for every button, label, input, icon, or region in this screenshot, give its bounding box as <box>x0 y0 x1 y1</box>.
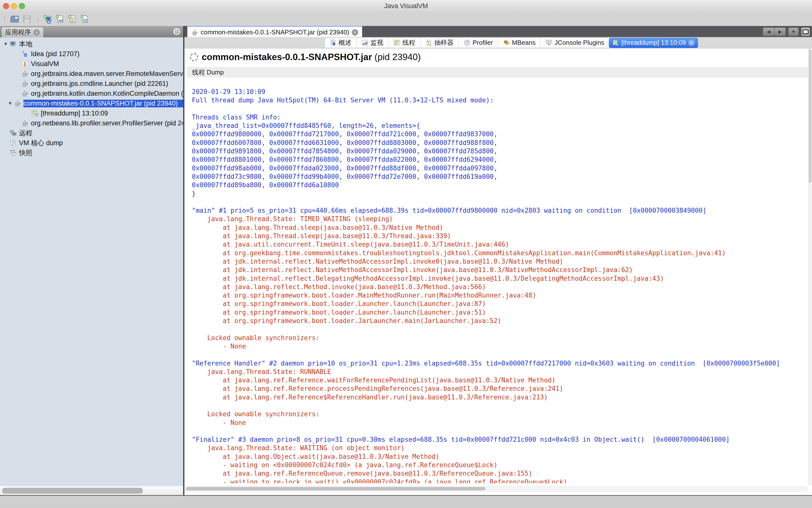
remote-icon <box>9 129 17 137</box>
dump-line: Threads class SMR info: <box>192 113 806 121</box>
spinner-icon <box>190 53 198 61</box>
view-tab-group: i 概述 监视 线程 抽样器 Profiler MBeans M JConsol… <box>324 38 698 48</box>
tab-threaddump[interactable]: [threaddump] 13:10:09 × <box>609 38 698 48</box>
tree-item-common-mistakes[interactable]: ▼ common-mistakes-0.0.1-SNAPSHOT.jar (pi… <box>0 98 183 108</box>
expander-icon[interactable]: ▼ <box>2 41 9 47</box>
window-title: Java VisualVM <box>0 2 812 10</box>
document-tab-label: common-mistakes-0.0.1-SNAPSHOT.jar (pid … <box>201 29 349 36</box>
dump-line: - waiting on <0x00000007c024cfd0> (a jav… <box>192 461 806 469</box>
dump-line: at java.lang.ref.Reference$ReferenceHand… <box>192 393 806 401</box>
title-bar: Java VisualVM <box>0 0 812 12</box>
tree-item-threaddump[interactable]: [threaddump] 13:10:09 <box>0 108 183 118</box>
tab-sampler[interactable]: 抽样器 <box>420 38 458 48</box>
close-icon[interactable]: × <box>688 40 694 46</box>
document-tab[interactable]: common-mistakes-0.0.1-SNAPSHOT.jar (pid … <box>187 26 362 38</box>
dump-line: - None <box>192 342 806 350</box>
save-snapshot-icon <box>22 14 32 24</box>
tree-item-vm-coredump[interactable]: VM 核心 dump <box>0 138 183 148</box>
tree-item-snapshots[interactable]: 快照 <box>0 148 183 158</box>
previous-tab-button[interactable]: ◀ <box>763 28 774 36</box>
dump-line <box>192 104 806 113</box>
add-jmx-connection-icon[interactable]: JMX <box>55 14 65 24</box>
dump-line: Full thread dump Java HotSpot(TM) 64-Bit… <box>192 96 806 104</box>
svg-text:i: i <box>333 43 334 45</box>
tab-label: 监视 <box>370 38 384 47</box>
java-app-icon <box>21 80 29 87</box>
tree-item-label: VM 核心 dump <box>19 138 63 147</box>
dump-line: _java_thread_list=0x00007ffdd8485f60, le… <box>192 121 806 130</box>
svg-text:01: 01 <box>71 19 74 22</box>
applications-panel-header: 应用程序 × ◻ <box>0 26 183 37</box>
tree-item-local[interactable]: ▼ 本地 <box>0 39 183 49</box>
section-label: 线程 Dump <box>192 68 224 77</box>
tab-profiler[interactable]: Profiler <box>458 38 498 48</box>
dump-line: java.lang.Thread.State: RUNNABLE <box>192 368 806 376</box>
tree-item-idea[interactable]: B Idea (pid 12707) <box>0 49 183 59</box>
add-vm-coredump-icon[interactable] <box>80 14 90 24</box>
dump-line: at java.lang.Object.wait(java.base@11.0.… <box>192 452 806 461</box>
dump-line: "main" #1 prio=5 os_prio=31 cpu=440.66ms… <box>192 206 806 215</box>
scrollbar-thumb[interactable] <box>2 488 143 494</box>
monitor-icon <box>362 39 368 46</box>
tab-jconsole-plugins[interactable]: M JConsole Plugins <box>540 38 609 48</box>
expander-icon[interactable]: ▼ <box>6 101 14 106</box>
load-snapshot-icon[interactable] <box>9 14 20 24</box>
close-icon[interactable]: × <box>33 29 40 36</box>
toolbar-grip: ⋮ <box>1 16 7 22</box>
toolbar-separator: ⋮ <box>35 16 40 22</box>
dump-line: at java.lang.ref.Reference.waitForRefere… <box>192 376 806 384</box>
dump-line: at java.lang.ref.ReferenceQueue.remove(j… <box>192 469 806 477</box>
tree-item-label: 本地 <box>19 40 32 48</box>
thread-dump-text[interactable]: 2020-01-29 13:10:09Full thread dump Java… <box>192 88 806 483</box>
next-tab-button[interactable]: ▶ <box>774 28 786 36</box>
dump-vertical-scrollbar[interactable] <box>808 48 812 485</box>
dump-horizontal-scrollbar[interactable] <box>185 486 808 492</box>
close-icon[interactable]: × <box>352 29 358 36</box>
minimize-panel-button[interactable]: ◻ <box>173 28 181 36</box>
dump-line: java.lang.Thread.State: TIMED_WAITING (s… <box>192 215 806 223</box>
tree-item-jps-launcher[interactable]: org.jetbrains.jps.cmdline.Launcher (pid … <box>0 79 183 89</box>
threaddump-view: common-mistakes-0.0.1-SNAPSHOT.jar (pid … <box>184 48 812 495</box>
java-app-icon <box>14 100 21 107</box>
tree-item-label: 快照 <box>19 149 32 157</box>
tree-item-profilerserver[interactable]: org.netbeans.lib.profiler.server.Profile… <box>0 118 183 128</box>
add-snapshot-icon[interactable]: 0101 <box>67 14 78 24</box>
dump-line: "Reference Handler" #2 daemon prio=10 os… <box>192 359 806 368</box>
maximize-view-button[interactable] <box>801 28 810 36</box>
dump-line: 0x00007ffdd6007800, 0x00007ffdd6031000, … <box>192 138 806 147</box>
tab-monitor[interactable]: 监视 <box>356 38 388 48</box>
dump-line: at java.lang.reflect.Method.invoke(java.… <box>192 283 806 291</box>
tab-list-dropdown-button[interactable]: ▼ <box>788 28 799 36</box>
tab-label: Profiler <box>472 39 493 46</box>
tree-item-kotlin-daemon[interactable]: org.jetbrains.kotlin.daemon.KotlinCompil… <box>0 89 183 98</box>
tree-item-remote[interactable]: 远程 <box>0 128 183 138</box>
application-title: common-mistakes-0.0.1-SNAPSHOT.jar (pid … <box>202 52 421 62</box>
java-app-icon <box>21 120 29 127</box>
visualvm-icon <box>21 60 29 68</box>
sidebar-horizontal-scrollbar[interactable] <box>0 486 183 495</box>
tab-threads[interactable]: 线程 <box>388 38 420 48</box>
dump-line: at org.geekbang.time.commonmistakes.trou… <box>192 249 806 257</box>
tree-item-label: Idea (pid 12707) <box>31 50 80 58</box>
tab-overview[interactable]: i 概述 <box>325 38 356 48</box>
tree-item-label: 远程 <box>19 129 32 137</box>
tree-item-label: org.jetbrains.idea.maven.server.RemoteMa… <box>31 70 183 78</box>
main-toolbar: ⋮ ⋮ JMX 0101 <box>0 12 812 27</box>
dump-line: 0x00007ffdd89ba800, 0x00007ffdd6a10800 <box>192 181 806 189</box>
tree-item-label: common-mistakes-0.0.1-SNAPSHOT.jar (pid … <box>24 100 183 107</box>
dump-line: at java.util.concurrent.TimeUnit.sleep(j… <box>192 240 806 249</box>
scrollbar-thumb[interactable] <box>186 487 486 491</box>
dump-line: at jdk.internal.reflect.NativeMethodAcce… <box>192 266 806 274</box>
dump-line: 0x00007ffdd9891800, 0x00007ffdd7854800, … <box>192 147 806 155</box>
tab-label: [threaddump] 13:10:09 <box>621 39 686 46</box>
tree-item-visualvm[interactable]: VisualVM <box>0 59 183 69</box>
tree-item-remotemavenserver[interactable]: org.jetbrains.idea.maven.server.RemoteMa… <box>0 69 183 79</box>
tab-applications[interactable]: 应用程序 × <box>1 27 44 37</box>
scrollbar-thumb[interactable] <box>809 49 812 183</box>
tab-mbeans[interactable]: MBeans <box>498 38 540 48</box>
dump-line: 2020-01-29 13:10:09 <box>192 88 806 96</box>
dump-line: at org.springframework.boot.loader.JarLa… <box>192 316 806 325</box>
add-application-icon[interactable] <box>43 14 53 24</box>
tab-label: 抽样器 <box>434 38 454 47</box>
dump-line: Locked ownable synchronizers: <box>192 410 806 418</box>
